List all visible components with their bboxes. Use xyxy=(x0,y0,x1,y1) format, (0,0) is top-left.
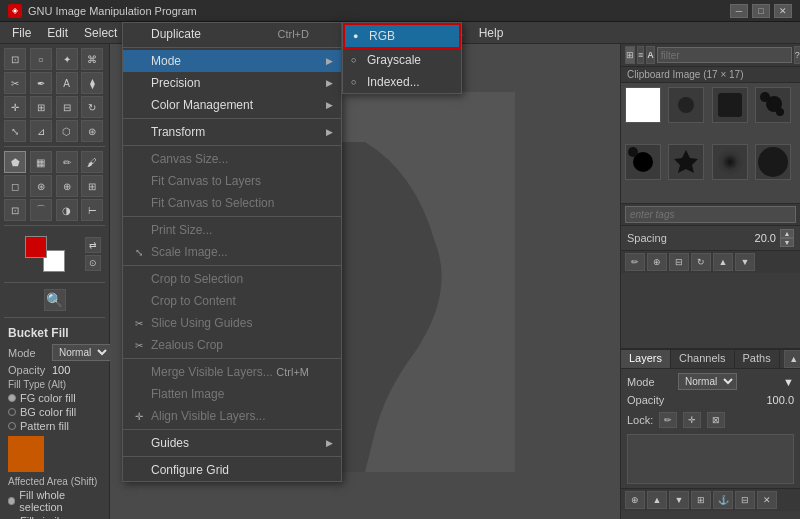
tool-rotate[interactable]: ↻ xyxy=(81,96,103,118)
reset-colors-btn[interactable]: ⊙ xyxy=(85,255,101,271)
tool-fuzzy-select[interactable]: ⌘ xyxy=(81,48,103,70)
brush-move-down-btn[interactable]: ▼ xyxy=(735,253,755,271)
brush-move-up-btn[interactable]: ▲ xyxy=(713,253,733,271)
tab-paths[interactable]: Paths xyxy=(735,350,780,368)
brush-info[interactable]: A xyxy=(646,46,655,64)
brush-delete-btn[interactable]: ⊟ xyxy=(669,253,689,271)
layers-list[interactable] xyxy=(627,434,794,484)
tags-input[interactable] xyxy=(625,206,796,223)
menu-canvas-size[interactable]: Canvas Size... xyxy=(123,148,341,170)
menu-configure-grid[interactable]: Configure Grid xyxy=(123,459,341,481)
lock-position-btn[interactable]: ✛ xyxy=(683,412,701,428)
close-button[interactable]: ✕ xyxy=(774,4,792,18)
tool-paths[interactable]: ✒ xyxy=(30,72,52,94)
tab-layers[interactable]: Layers xyxy=(621,350,671,368)
brush-duplicate-btn[interactable]: ⊕ xyxy=(647,253,667,271)
menu-precision[interactable]: Precision xyxy=(123,72,341,94)
brush-item[interactable] xyxy=(668,144,704,180)
menu-transform[interactable]: Transform xyxy=(123,121,341,143)
menu-mode[interactable]: Mode xyxy=(123,50,341,72)
lock-all-btn[interactable]: ⊠ xyxy=(707,412,725,428)
brush-refresh-btn[interactable]: ↻ xyxy=(691,253,711,271)
tool-color-select[interactable]: ⧫ xyxy=(81,72,103,94)
tool-ink[interactable]: ⊕ xyxy=(56,175,78,197)
tool-bucket-fill[interactable]: ⬟ xyxy=(4,151,26,173)
menu-scale-image[interactable]: ⤡ Scale Image... xyxy=(123,241,341,263)
tool-align[interactable]: ⊞ xyxy=(30,96,52,118)
pattern-fill-option[interactable]: Pattern fill xyxy=(8,420,101,432)
menu-help[interactable]: Help xyxy=(471,22,512,44)
swap-colors-btn[interactable]: ⇄ xyxy=(85,237,101,253)
tool-paintbrush[interactable]: 🖌 xyxy=(81,151,103,173)
tool-rect-select[interactable]: ⊡ xyxy=(4,48,26,70)
minimize-button[interactable]: ─ xyxy=(730,4,748,18)
fill-whole-option[interactable]: Fill whole selection xyxy=(8,489,101,513)
bg-fill-option[interactable]: BG color fill xyxy=(8,406,101,418)
bg-fill-radio[interactable] xyxy=(8,408,16,416)
fg-fill-option[interactable]: FG color fill xyxy=(8,392,101,404)
tool-eraser[interactable]: ◻ xyxy=(4,175,26,197)
tool-clone[interactable]: ⊡ xyxy=(4,199,26,221)
brush-grid-view[interactable]: ⊞ xyxy=(625,46,635,64)
brush-item[interactable] xyxy=(712,144,748,180)
brush-item[interactable] xyxy=(625,87,661,123)
fg-color-swatch[interactable] xyxy=(25,236,47,258)
lock-pixels-btn[interactable]: ✏ xyxy=(659,412,677,428)
menu-align-visible[interactable]: ✛ Align Visible Layers... xyxy=(123,405,341,427)
menu-zealous-crop[interactable]: ✂ Zealous Crop xyxy=(123,334,341,356)
fg-fill-radio[interactable] xyxy=(8,394,16,402)
tool-move[interactable]: ✛ xyxy=(4,96,26,118)
pattern-fill-radio[interactable] xyxy=(8,422,16,430)
brush-filter-input[interactable] xyxy=(657,47,792,63)
brush-edit-btn[interactable]: ✏ xyxy=(625,253,645,271)
tool-text[interactable]: A xyxy=(56,72,78,94)
menu-flatten[interactable]: Flatten Image xyxy=(123,383,341,405)
tool-ellipse-select[interactable]: ○ xyxy=(30,48,52,70)
menu-edit[interactable]: Edit xyxy=(39,22,76,44)
brush-help[interactable]: ? xyxy=(794,46,800,64)
brush-item[interactable] xyxy=(668,87,704,123)
tool-pencil[interactable]: ✏ xyxy=(56,151,78,173)
menu-fit-canvas-selection[interactable]: Fit Canvas to Selection xyxy=(123,192,341,214)
brush-item[interactable] xyxy=(712,87,748,123)
layers-move-up[interactable]: ▲ xyxy=(784,350,800,368)
tool-free-select[interactable]: ✦ xyxy=(56,48,78,70)
zoom-tool[interactable]: 🔍 xyxy=(44,289,66,311)
brush-list-view[interactable]: ≡ xyxy=(637,46,644,64)
fill-similar-option[interactable]: Fill similar colors xyxy=(8,515,101,519)
menu-slice-guides[interactable]: ✂ Slice Using Guides xyxy=(123,312,341,334)
menu-select[interactable]: Select xyxy=(76,22,125,44)
layer-raise-btn[interactable]: ▲ xyxy=(647,491,667,509)
mode-rgb[interactable]: ● RGB xyxy=(343,23,461,49)
tool-dodge[interactable]: ◑ xyxy=(56,199,78,221)
brush-item[interactable] xyxy=(755,87,791,123)
menu-duplicate[interactable]: Duplicate Ctrl+D xyxy=(123,23,341,45)
maximize-button[interactable]: □ xyxy=(752,4,770,18)
layer-anchor-btn[interactable]: ⚓ xyxy=(713,491,733,509)
tool-smudge[interactable]: ⌒ xyxy=(30,199,52,221)
layer-mode-select[interactable]: Normal xyxy=(678,373,737,390)
mode-grayscale[interactable]: ○ Grayscale xyxy=(343,49,461,71)
spacing-up[interactable]: ▲ xyxy=(780,229,794,238)
menu-merge-visible[interactable]: Merge Visible Layers... Ctrl+M xyxy=(123,361,341,383)
menu-print-size[interactable]: Print Size... xyxy=(123,219,341,241)
menu-file[interactable]: File xyxy=(4,22,39,44)
layer-lower-btn[interactable]: ▼ xyxy=(669,491,689,509)
menu-color-mgmt[interactable]: Color Management xyxy=(123,94,341,116)
layer-delete-btn[interactable]: ✕ xyxy=(757,491,777,509)
menu-fit-canvas-layers[interactable]: Fit Canvas to Layers xyxy=(123,170,341,192)
tool-heal[interactable]: ⊞ xyxy=(81,175,103,197)
window-controls[interactable]: ─ □ ✕ xyxy=(730,4,792,18)
menu-guides[interactable]: Guides xyxy=(123,432,341,454)
spacing-down[interactable]: ▼ xyxy=(780,238,794,247)
mode-indexed[interactable]: ○ Indexed... xyxy=(343,71,461,93)
menu-crop-selection[interactable]: Crop to Selection xyxy=(123,268,341,290)
tool-blend[interactable]: ▦ xyxy=(30,151,52,173)
layer-new-btn[interactable]: ⊕ xyxy=(625,491,645,509)
tool-airbrush[interactable]: ⊛ xyxy=(30,175,52,197)
tool-shear[interactable]: ⊿ xyxy=(30,120,52,142)
menu-crop-content[interactable]: Crop to Content xyxy=(123,290,341,312)
tool-transform[interactable]: ⊛ xyxy=(81,120,103,142)
tool-scissors[interactable]: ✂ xyxy=(4,72,26,94)
tool-measure[interactable]: ⊢ xyxy=(81,199,103,221)
